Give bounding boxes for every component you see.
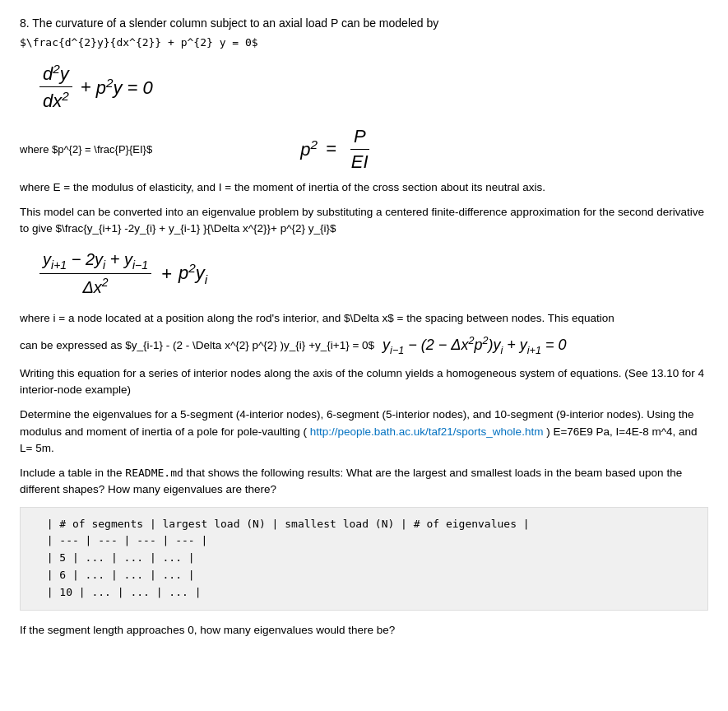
math-display-p2: p2 = P EI xyxy=(300,126,374,173)
fraction-P-EI: P EI xyxy=(348,126,372,173)
blue-paragraph-1: This model can be converted into an eige… xyxy=(20,204,708,238)
where-p2-text: where $p^{2} = \frac{P}{EI}$ xyxy=(20,143,152,156)
include-readme-text: Include a table in the README.md that sh… xyxy=(20,465,708,499)
latex-source-1: $\frac{d^{2}y}{dx^{2}} + p^{2} y = 0$ xyxy=(20,36,708,49)
p2-lhs: p2 xyxy=(300,137,318,160)
math-display-2: yi+1 − 2yi + yi−1 Δx2 + p2yi xyxy=(36,250,708,297)
plus-sign-1: + xyxy=(81,77,91,98)
numerator-P: P xyxy=(350,126,369,150)
denominator-dx2: dx2 xyxy=(39,87,72,112)
code-table-block: | # of segments | largest load (N) | sma… xyxy=(20,507,708,611)
section-header: 8. The curvature of a slender column sub… xyxy=(20,16,708,30)
expressed-as-text: can be expressed as $y_{i-1} - (2 - \Del… xyxy=(20,333,708,358)
denominator-deltax2: Δx2 xyxy=(79,274,111,297)
main-content: 8. The curvature of a slender column sub… xyxy=(20,16,708,639)
readme-inline: README.md xyxy=(125,467,183,479)
fraction-d2y-dx2: d2y dx2 xyxy=(39,62,72,113)
can-be-expressed: can be expressed as $y_{i-1} - (2 - \Del… xyxy=(20,337,374,354)
plus-sign-2: + xyxy=(161,263,172,285)
numerator-d2y: d2y xyxy=(39,62,72,87)
p2yi-term: p2yi xyxy=(179,261,207,287)
math-eq3-inline: yi−1 − (2 − Δx2p2)yi + yi+1 = 0 xyxy=(383,333,566,358)
p2y-term: p2y = 0 xyxy=(96,76,153,99)
numerator-diff: yi+1 − 2yi + yi−1 xyxy=(39,250,151,274)
denominator-EI: EI xyxy=(348,150,372,173)
where-p2-row: where $p^{2} = \frac{P}{EI}$ p2 = P EI xyxy=(20,126,708,173)
pole-vaulting-link[interactable]: http://people.bath.ac.uk/taf21/sports_wh… xyxy=(310,425,544,438)
determine-text: Determine the eigenvalues for a 5-segmen… xyxy=(20,407,708,457)
where-EI-text: where E = the modulus of elasticity, and… xyxy=(20,179,708,196)
writing-text: Writing this equation for a series of in… xyxy=(20,365,708,399)
math-display-1: d2y dx2 + p2y = 0 xyxy=(36,62,708,113)
equals-p2: = xyxy=(326,138,336,160)
fraction-diff: yi+1 − 2yi + yi−1 Δx2 xyxy=(39,250,151,297)
final-question: If the segment length approaches 0, how … xyxy=(20,622,708,639)
where-i-text: where i = a node located at a position a… xyxy=(20,310,708,327)
